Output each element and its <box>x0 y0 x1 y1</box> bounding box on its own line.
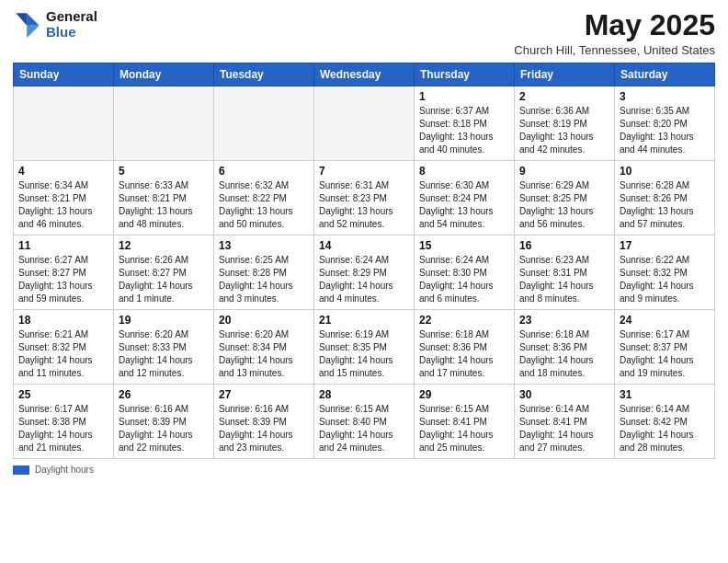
footer: Daylight hours <box>13 465 715 475</box>
week-row-3: 11Sunrise: 6:27 AMSunset: 8:27 PMDayligh… <box>14 236 715 310</box>
day-info: Sunrise: 6:34 AMSunset: 8:21 PMDaylight:… <box>18 179 108 231</box>
calendar-cell: 25Sunrise: 6:17 AMSunset: 8:38 PMDayligh… <box>14 385 114 459</box>
logo-general-text: General <box>46 9 97 25</box>
calendar-cell <box>214 86 314 161</box>
calendar-cell: 7Sunrise: 6:31 AMSunset: 8:23 PMDaylight… <box>314 161 415 236</box>
days-of-week-row: SundayMondayTuesdayWednesdayThursdayFrid… <box>14 63 715 86</box>
day-number: 3 <box>620 90 710 103</box>
day-of-week-saturday: Saturday <box>615 63 715 86</box>
day-info: Sunrise: 6:14 AMSunset: 8:41 PMDaylight:… <box>519 403 609 454</box>
day-info: Sunrise: 6:15 AMSunset: 8:40 PMDaylight:… <box>319 403 409 454</box>
day-number: 5 <box>119 165 209 178</box>
week-row-5: 25Sunrise: 6:17 AMSunset: 8:38 PMDayligh… <box>14 385 715 459</box>
day-number: 19 <box>119 314 209 327</box>
calendar-cell: 28Sunrise: 6:15 AMSunset: 8:40 PMDayligh… <box>314 385 415 459</box>
logo-blue-text: Blue <box>46 25 97 40</box>
day-info: Sunrise: 6:20 AMSunset: 8:34 PMDaylight:… <box>219 328 309 380</box>
day-number: 1 <box>419 90 509 103</box>
calendar-cell: 9Sunrise: 6:29 AMSunset: 8:25 PMDaylight… <box>515 161 615 236</box>
week-row-4: 18Sunrise: 6:21 AMSunset: 8:32 PMDayligh… <box>14 310 715 385</box>
calendar-cell <box>14 86 114 161</box>
day-number: 28 <box>319 388 409 401</box>
day-number: 24 <box>620 314 710 327</box>
calendar-cell: 17Sunrise: 6:22 AMSunset: 8:32 PMDayligh… <box>615 236 715 310</box>
day-number: 27 <box>219 388 309 401</box>
day-number: 30 <box>519 388 609 401</box>
day-info: Sunrise: 6:21 AMSunset: 8:32 PMDaylight:… <box>18 328 108 380</box>
calendar-cell: 8Sunrise: 6:30 AMSunset: 8:24 PMDaylight… <box>415 161 515 236</box>
day-number: 21 <box>319 314 409 327</box>
day-info: Sunrise: 6:37 AMSunset: 8:18 PMDaylight:… <box>419 105 509 156</box>
day-info: Sunrise: 6:18 AMSunset: 8:36 PMDaylight:… <box>419 328 509 380</box>
calendar-cell: 12Sunrise: 6:26 AMSunset: 8:27 PMDayligh… <box>114 236 214 310</box>
day-info: Sunrise: 6:24 AMSunset: 8:29 PMDaylight:… <box>319 254 409 305</box>
week-row-1: 1Sunrise: 6:37 AMSunset: 8:18 PMDaylight… <box>14 86 715 161</box>
day-info: Sunrise: 6:16 AMSunset: 8:39 PMDaylight:… <box>219 403 309 454</box>
day-info: Sunrise: 6:32 AMSunset: 8:22 PMDaylight:… <box>219 179 309 231</box>
day-of-week-tuesday: Tuesday <box>214 63 314 86</box>
day-number: 26 <box>119 388 209 401</box>
calendar-cell: 15Sunrise: 6:24 AMSunset: 8:30 PMDayligh… <box>415 236 515 310</box>
calendar-cell: 23Sunrise: 6:18 AMSunset: 8:36 PMDayligh… <box>515 310 615 385</box>
day-info: Sunrise: 6:35 AMSunset: 8:20 PMDaylight:… <box>620 105 710 156</box>
calendar-cell: 16Sunrise: 6:23 AMSunset: 8:31 PMDayligh… <box>515 236 615 310</box>
calendar-cell: 19Sunrise: 6:20 AMSunset: 8:33 PMDayligh… <box>114 310 214 385</box>
day-number: 8 <box>419 165 509 178</box>
day-info: Sunrise: 6:27 AMSunset: 8:27 PMDaylight:… <box>18 254 108 305</box>
day-number: 16 <box>519 239 609 252</box>
logo-text: General Blue <box>46 9 97 40</box>
month-title: May 2025 <box>514 9 715 41</box>
day-number: 9 <box>519 165 609 178</box>
day-number: 25 <box>18 388 108 401</box>
calendar-cell: 30Sunrise: 6:14 AMSunset: 8:41 PMDayligh… <box>515 385 615 459</box>
day-info: Sunrise: 6:30 AMSunset: 8:24 PMDaylight:… <box>419 179 509 231</box>
day-number: 6 <box>219 165 309 178</box>
day-number: 20 <box>219 314 309 327</box>
day-info: Sunrise: 6:29 AMSunset: 8:25 PMDaylight:… <box>519 179 609 231</box>
day-info: Sunrise: 6:24 AMSunset: 8:30 PMDaylight:… <box>419 254 509 305</box>
calendar-cell: 10Sunrise: 6:28 AMSunset: 8:26 PMDayligh… <box>615 161 715 236</box>
day-info: Sunrise: 6:33 AMSunset: 8:21 PMDaylight:… <box>119 179 209 231</box>
day-number: 13 <box>219 239 309 252</box>
calendar-cell: 5Sunrise: 6:33 AMSunset: 8:21 PMDaylight… <box>114 161 214 236</box>
svg-marker-0 <box>27 13 39 25</box>
calendar-cell: 3Sunrise: 6:35 AMSunset: 8:20 PMDaylight… <box>615 86 715 161</box>
day-number: 15 <box>419 239 509 252</box>
day-number: 12 <box>119 239 209 252</box>
day-info: Sunrise: 6:17 AMSunset: 8:38 PMDaylight:… <box>18 403 108 454</box>
calendar-header: SundayMondayTuesdayWednesdayThursdayFrid… <box>14 63 715 86</box>
calendar-cell: 20Sunrise: 6:20 AMSunset: 8:34 PMDayligh… <box>214 310 314 385</box>
location: Church Hill, Tennessee, United States <box>514 43 715 57</box>
daylight-swatch <box>13 465 29 475</box>
day-info: Sunrise: 6:16 AMSunset: 8:39 PMDaylight:… <box>119 403 209 454</box>
daylight-label: Daylight hours <box>35 465 94 475</box>
day-info: Sunrise: 6:36 AMSunset: 8:19 PMDaylight:… <box>519 105 609 156</box>
logo-icon <box>13 10 42 40</box>
title-block: May 2025 Church Hill, Tennessee, United … <box>514 9 715 57</box>
calendar: SundayMondayTuesdayWednesdayThursdayFrid… <box>13 63 715 459</box>
week-row-2: 4Sunrise: 6:34 AMSunset: 8:21 PMDaylight… <box>14 161 715 236</box>
day-info: Sunrise: 6:15 AMSunset: 8:41 PMDaylight:… <box>419 403 509 454</box>
day-number: 14 <box>319 239 409 252</box>
calendar-cell: 11Sunrise: 6:27 AMSunset: 8:27 PMDayligh… <box>14 236 114 310</box>
page: General Blue May 2025 Church Hill, Tenne… <box>0 0 728 563</box>
svg-marker-2 <box>16 13 27 25</box>
calendar-cell: 29Sunrise: 6:15 AMSunset: 8:41 PMDayligh… <box>415 385 515 459</box>
day-info: Sunrise: 6:25 AMSunset: 8:28 PMDaylight:… <box>219 254 309 305</box>
day-number: 7 <box>319 165 409 178</box>
day-number: 22 <box>419 314 509 327</box>
day-of-week-thursday: Thursday <box>415 63 515 86</box>
calendar-cell: 27Sunrise: 6:16 AMSunset: 8:39 PMDayligh… <box>214 385 314 459</box>
calendar-cell: 31Sunrise: 6:14 AMSunset: 8:42 PMDayligh… <box>615 385 715 459</box>
day-number: 23 <box>519 314 609 327</box>
calendar-cell: 1Sunrise: 6:37 AMSunset: 8:18 PMDaylight… <box>415 86 515 161</box>
calendar-cell: 21Sunrise: 6:19 AMSunset: 8:35 PMDayligh… <box>314 310 415 385</box>
day-info: Sunrise: 6:23 AMSunset: 8:31 PMDaylight:… <box>519 254 609 305</box>
header: General Blue May 2025 Church Hill, Tenne… <box>13 9 715 57</box>
calendar-cell: 6Sunrise: 6:32 AMSunset: 8:22 PMDaylight… <box>214 161 314 236</box>
calendar-cell: 13Sunrise: 6:25 AMSunset: 8:28 PMDayligh… <box>214 236 314 310</box>
calendar-body: 1Sunrise: 6:37 AMSunset: 8:18 PMDaylight… <box>14 86 715 459</box>
day-number: 31 <box>620 388 710 401</box>
svg-marker-1 <box>27 25 39 37</box>
day-of-week-wednesday: Wednesday <box>314 63 415 86</box>
